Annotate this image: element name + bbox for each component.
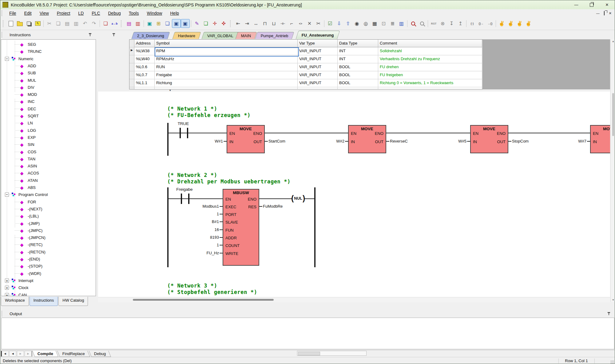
column-header-data-type[interactable]: Data Type xyxy=(338,40,378,47)
tree-item-trunc[interactable]: ◆TRUNC xyxy=(1,48,96,55)
tab-2_3_dosierung[interactable]: 2_3_Dosierung xyxy=(131,32,170,39)
grid-cell[interactable]: Verhaeltnis Drehzahl zu Frequenz xyxy=(378,55,482,63)
editor-vertical-scrollbar[interactable]: ▲ ▼ xyxy=(610,39,615,302)
doc-down-icon[interactable]: ↧ xyxy=(447,19,456,28)
grid-cell[interactable]: BOOL xyxy=(338,71,378,79)
insert-row-icon[interactable]: ⊓ xyxy=(260,19,269,28)
find-gray-icon[interactable] xyxy=(418,19,427,28)
operand[interactable]: StopCom xyxy=(512,139,529,143)
tree-item-log[interactable]: ◆LOG xyxy=(1,127,96,134)
tree-item-end[interactable]: ◆-(END) xyxy=(1,256,96,263)
column-header-symbol[interactable]: Symbol xyxy=(155,40,298,47)
insert-instruction-icon[interactable]: <> xyxy=(296,19,305,28)
row-header[interactable] xyxy=(129,71,134,79)
upload-plc-icon[interactable]: ⇧ xyxy=(343,19,352,28)
copy-icon[interactable]: ❏ xyxy=(54,19,63,28)
tree-item-retc[interactable]: ◆-(RETC) xyxy=(1,241,96,248)
tree-item-mul[interactable]: ◆MUL xyxy=(1,77,96,84)
operand[interactable]: StartCom xyxy=(268,139,285,143)
copy-symbols-icon[interactable]: ❏ xyxy=(201,19,210,28)
grid-cell[interactable]: FU drehen xyxy=(378,63,482,71)
grid-cell[interactable]: Freigabe xyxy=(155,71,298,79)
tree-item-dec[interactable]: ◆DEC xyxy=(1,105,96,112)
collapse-icon[interactable]: − xyxy=(5,193,9,197)
row-header[interactable] xyxy=(129,55,134,63)
cell-widen-icon[interactable]: ⇥ xyxy=(243,19,252,28)
menu-project[interactable]: Project xyxy=(53,11,74,16)
grid-cell[interactable]: BOOL xyxy=(338,63,378,71)
tree-item-exp[interactable]: ◆EXP xyxy=(1,134,96,141)
grid-cell[interactable]: RUN xyxy=(155,63,298,71)
free-monitor-icon[interactable]: ◎ xyxy=(361,19,370,28)
tree-item-abs[interactable]: ◆ABS xyxy=(1,184,96,191)
import-project-icon[interactable]: ↰ xyxy=(33,19,42,28)
grid-cell[interactable]: FUReset xyxy=(155,87,298,89)
tab-hardware[interactable]: Hardware xyxy=(172,32,201,39)
new-network-icon[interactable]: ⊞ xyxy=(154,19,163,28)
row-header[interactable] xyxy=(129,63,134,71)
tree-item-numeric[interactable]: −Numeric xyxy=(1,55,96,62)
download-plc-icon[interactable]: ⇩ xyxy=(335,19,343,28)
network-1-block-move[interactable]: MOVEENIN xyxy=(590,125,610,153)
operand[interactable]: W#1 xyxy=(180,139,223,143)
insert-branch-icon[interactable]: ⌐ xyxy=(287,19,296,28)
tree-item-lbl[interactable]: ◆-(LBL) xyxy=(1,213,96,220)
redo-icon[interactable]: ↷ xyxy=(89,19,98,28)
tree-item-mod[interactable]: ◆MOD xyxy=(1,91,96,98)
network-2-contact[interactable] xyxy=(181,194,182,204)
tree-item-add[interactable]: ◆ADD xyxy=(1,62,96,69)
cell-auto-icon[interactable]: ↔ xyxy=(252,19,260,28)
insert-contact-icon[interactable]: ⊣⊢ xyxy=(278,19,287,28)
menu-tools[interactable]: Tools xyxy=(125,11,143,16)
paste-special-icon[interactable]: ▥ xyxy=(72,19,81,28)
expand-icon[interactable]: + xyxy=(5,279,9,283)
chart-table-icon[interactable]: ▥ xyxy=(397,19,406,28)
menu-file[interactable]: File xyxy=(5,11,20,16)
pin-icon[interactable] xyxy=(88,33,92,37)
brace-goto-icon[interactable]: →{} xyxy=(486,19,494,28)
output-panel-grip[interactable] xyxy=(2,311,3,316)
grid-cell[interactable]: Richtung 0 = Vorwaerts, 1 = Rueckwaerts xyxy=(378,79,482,87)
first-tab-icon[interactable]: ◀ xyxy=(1,351,9,357)
check-program-icon[interactable]: ▤ xyxy=(125,19,133,28)
tree-item-atan[interactable]: ◆ATAN xyxy=(1,177,96,184)
close-button[interactable]: ✕ xyxy=(599,0,615,9)
pin-icon[interactable] xyxy=(607,311,611,316)
grid-ladder-splitter[interactable]: ▾ xyxy=(98,89,610,92)
align-elements-icon[interactable]: ✜ xyxy=(219,19,228,28)
tree-item-div[interactable]: ◆DIV xyxy=(1,84,96,91)
tree-item-ln[interactable]: ◆LN xyxy=(1,119,96,127)
menu-edit[interactable]: Edit xyxy=(20,11,36,16)
force-hand-4-icon[interactable]: ✌ xyxy=(524,19,533,28)
tree-item-sin[interactable]: ◆SIN xyxy=(1,141,96,148)
grid-cell[interactable]: FU freigeben xyxy=(378,71,482,79)
column-header-address[interactable]: Address xyxy=(134,40,155,47)
restore-button[interactable] xyxy=(584,0,599,9)
operand[interactable]: 1 xyxy=(176,243,219,247)
menu-debug[interactable]: Debug xyxy=(104,11,125,16)
ladder-editor[interactable]: (* Network 1 *) (* FU-Befehle erzeugen *… xyxy=(98,92,610,297)
lock-icon[interactable]: ⊡ xyxy=(379,19,388,28)
row-header[interactable] xyxy=(129,79,134,87)
find-element-icon[interactable] xyxy=(409,19,418,28)
operand[interactable]: ReverseC xyxy=(390,139,408,143)
output-tab-findreplace[interactable]: FindReplace xyxy=(57,351,90,357)
sidebar-tab-workspace[interactable]: Workspace xyxy=(1,297,29,306)
tab-fu_ansteuerung[interactable]: FU_Ansteuerung xyxy=(296,31,340,39)
stack-icon[interactable]: ≣ xyxy=(388,19,397,28)
grid-cell[interactable]: BOOL xyxy=(338,79,378,87)
output-horizontal-scrollbar[interactable] xyxy=(297,351,367,356)
grid-cell[interactable]: VAR_INPUT xyxy=(298,63,338,71)
save-all-icon[interactable] xyxy=(24,19,33,28)
output-tab-compile[interactable]: Compile xyxy=(32,351,58,357)
tree-item-asin[interactable]: ◆ASIN xyxy=(1,162,96,170)
menubar-grip[interactable] xyxy=(2,10,3,16)
collapse-icon[interactable]: − xyxy=(5,57,9,61)
delete-element-icon[interactable]: ✕ xyxy=(305,19,314,28)
column-header-comment[interactable]: Comment xyxy=(378,40,482,47)
open-project-icon[interactable] xyxy=(15,19,24,28)
grid-cell[interactable]: VAR_INPUT xyxy=(298,71,338,79)
grid-cell[interactable]: VAR_INPUT xyxy=(298,47,338,55)
tree-item-interrupt[interactable]: +Interrupt xyxy=(1,277,96,284)
mdi-close-button[interactable]: ✕ xyxy=(609,11,612,15)
